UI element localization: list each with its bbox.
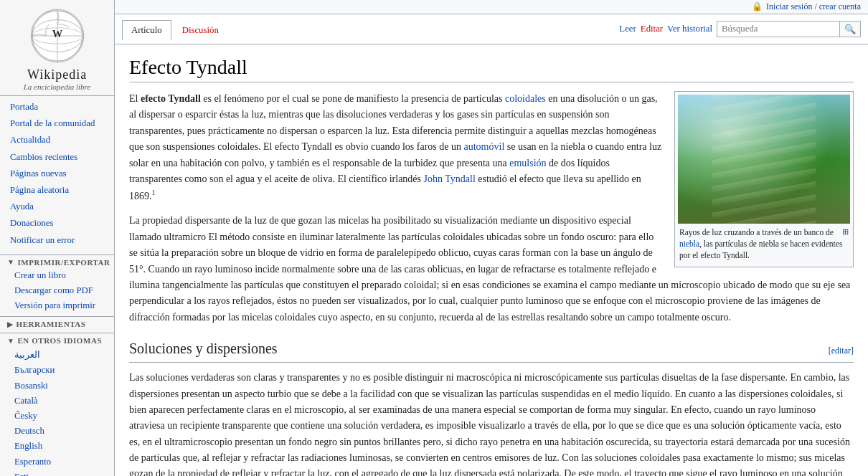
wiki-title: Wikipedia (7, 67, 107, 82)
sidebar-item-actualidad[interactable]: Actualidad (0, 132, 114, 148)
main-content: 🔒 Iniciar sesión / crear cuenta Artículo… (115, 0, 868, 476)
edit-section-link[interactable]: [editar] (829, 344, 854, 358)
login-bar: 🔒 Iniciar sesión / crear cuenta (115, 0, 868, 14)
actions-area: Leer Editar Ver historial 🔍 (619, 21, 861, 37)
sidebar: W Wikipedia La enciclopedia libre Portad… (0, 0, 115, 476)
toggle-icon-imprimir: ▼ (7, 258, 14, 266)
sidebar-section-herramientas[interactable]: ▶ Herramientas (0, 316, 114, 330)
sidebar-lang-items: العربية Български Bosanski Català Česky … (0, 346, 114, 476)
sidebar-section-imprimir-label: Imprimir/exportar (17, 258, 110, 267)
toggle-icon-idiomas: ▼ (7, 337, 14, 345)
link-automovil[interactable]: automóvil (464, 141, 505, 152)
sidebar-item-portal[interactable]: Portal de la comunidad (0, 115, 114, 132)
action-editar[interactable]: Editar (641, 24, 663, 34)
wikipedia-logo: W (29, 7, 86, 65)
sidebar-section-herramientas-label: Herramientas (16, 320, 86, 328)
sidebar-item-descargar-pdf[interactable]: Descargar como PDF (0, 283, 114, 298)
sidebar-item-version-imprimir[interactable]: Versión para imprimir (0, 298, 114, 313)
sidebar-item-paginas-nuevas[interactable]: Páginas nuevas (0, 166, 114, 182)
image-caption: ⊞ Rayos de luz cruzando a través de un b… (678, 224, 850, 264)
top-bar: Artículo Discusión Leer Editar Ver histo… (115, 14, 868, 44)
action-leer[interactable]: Leer (619, 24, 636, 34)
link-emulsion[interactable]: emulsión (509, 158, 546, 168)
para-3: Las soluciones verdaderas son claras y t… (129, 370, 854, 476)
search-box: 🔍 (717, 21, 861, 37)
sidebar-item-notificar[interactable]: Notificar un error (0, 232, 114, 249)
sidebar-item-cambios[interactable]: Cambios recientes (0, 149, 114, 166)
svg-text:W: W (52, 28, 62, 39)
sidebar-lang-et[interactable]: Esti (0, 470, 114, 476)
sidebar-lang-de[interactable]: Deutsch (0, 424, 114, 439)
link-coloidales[interactable]: coloidales (505, 93, 546, 104)
action-ver-historial[interactable]: Ver historial (667, 24, 712, 34)
article: Efecto Tyndall ⊞ Rayos de luz cruzando a… (115, 44, 868, 476)
section-2-heading: Soluciones y dispersiones [editar] (129, 337, 854, 363)
article-body: ⊞ Rayos de luz cruzando a través de un b… (129, 91, 854, 476)
tab-articulo[interactable]: Artículo (122, 20, 171, 40)
sidebar-imprimir-items: Crear un libro Descargar como PDF Versió… (0, 268, 114, 314)
lock-icon: 🔒 (752, 1, 763, 11)
image-box: ⊞ Rayos de luz cruzando a través de un b… (674, 91, 854, 267)
sidebar-lang-ar[interactable]: العربية (0, 348, 114, 363)
tab-discusion[interactable]: Discusión (173, 20, 228, 40)
sidebar-section-imprimir[interactable]: ▼ Imprimir/exportar (0, 254, 114, 268)
niebla-link[interactable]: niebla (679, 239, 699, 248)
article-image (678, 95, 850, 224)
section-2-title: Soluciones y dispersiones (129, 337, 278, 360)
search-button[interactable]: 🔍 (839, 22, 860, 37)
sidebar-item-crear-libro[interactable]: Crear un libro (0, 268, 114, 283)
tabs-area: Artículo Discusión (122, 19, 228, 39)
sidebar-lang-bs[interactable]: Bosanski (0, 379, 114, 394)
login-link[interactable]: Iniciar sesión / crear cuenta (766, 1, 861, 11)
logo-area: W Wikipedia La enciclopedia libre (0, 0, 114, 96)
bold-efecto: efecto Tyndall (141, 93, 201, 104)
sidebar-lang-cs[interactable]: Česky (0, 409, 114, 424)
article-title: Efecto Tyndall (129, 56, 854, 82)
sidebar-lang-ca[interactable]: Català (0, 394, 114, 409)
sidebar-item-ayuda[interactable]: Ayuda (0, 199, 114, 215)
toggle-icon-herramientas: ▶ (7, 320, 14, 328)
sidebar-lang-en[interactable]: English (0, 439, 114, 454)
expand-icon[interactable]: ⊞ (842, 227, 849, 237)
wiki-subtitle: La enciclopedia libre (7, 82, 107, 91)
link-john-tyndall[interactable]: John Tyndall (424, 173, 476, 184)
sidebar-item-portada[interactable]: Portada (0, 99, 114, 115)
sidebar-lang-bg[interactable]: Български (0, 363, 114, 378)
sidebar-item-aleatoria[interactable]: Página aleatoria (0, 182, 114, 199)
sidebar-section-idiomas[interactable]: ▼ En otros idiomas (0, 333, 114, 346)
sidebar-section-idiomas-label: En otros idiomas (17, 336, 102, 345)
sidebar-nav: Portada Portal de la comunidad Actualida… (0, 96, 114, 252)
sidebar-item-donaciones[interactable]: Donaciones (0, 215, 114, 232)
sidebar-lang-eo[interactable]: Esperanto (0, 454, 114, 470)
search-input[interactable] (717, 22, 839, 37)
